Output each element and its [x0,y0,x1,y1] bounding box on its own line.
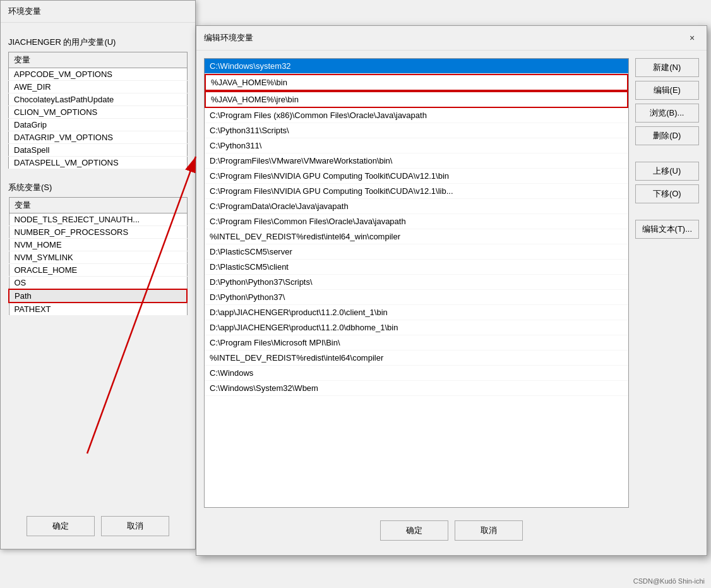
path-item[interactable]: D:\ProgramFiles\VMware\VMwareWorkstation… [205,153,628,169]
browse-button[interactable]: 浏览(B)... [635,104,699,123]
path-item[interactable]: C:\Program Files (x86)\Common Files\Orac… [205,108,628,123]
table-row[interactable]: NVM_SYMLINK [9,251,187,264]
watermark: CSDN@Kudō Shin-ichi [633,577,705,585]
path-item[interactable]: D:\app\JIACHENGER\product\11.2.0\client_… [205,305,628,320]
new-button[interactable]: 新建(N) [635,58,699,77]
user-vars-header: 变量 [9,52,188,68]
path-item[interactable]: C:\Windows [205,366,628,381]
path-item[interactable]: %JAVA_HOME%\jre\bin [205,91,628,108]
path-item[interactable]: C:\Program Files\Microsoft MPI\Bin\ [205,335,628,351]
bg-cancel-button[interactable]: 取消 [101,516,169,536]
table-row[interactable]: DATASPELL_VM_OPTIONS [9,157,188,169]
table-row[interactable]: DataGrip [9,119,188,131]
path-item[interactable]: D:\PlasticSCM5\client [205,260,628,275]
env-vars-titlebar: 环境变量 [1,1,195,23]
edit-text-button[interactable]: 编辑文本(T)... [635,220,699,239]
path-item[interactable]: %JAVA_HOME%\bin [205,74,628,91]
table-row[interactable]: NUMBER_OF_PROCESSORS [9,226,187,239]
user-vars-label: JIACHENGER 的用户变量(U) [8,37,188,48]
table-row[interactable]: DATAGRIP_VM_OPTIONS [9,131,188,144]
edit-env-dialog: 编辑环境变量 × C:\Windows\system32 %JAVA_HOME%… [196,25,707,556]
env-vars-dialog: 环境变量 JIACHENGER 的用户变量(U) 变量 APPCODE_VM_O… [0,0,196,549]
bg-ok-button[interactable]: 确定 [27,516,95,536]
edit-env-body: C:\Windows\system32 %JAVA_HOME%\bin %JAV… [196,51,707,555]
table-row[interactable]: APPCODE_VM_OPTIONS [9,68,188,81]
table-row[interactable]: ORACLE_HOME [9,264,187,277]
path-item[interactable]: C:\Program Files\Common Files\Oracle\Jav… [205,214,628,229]
bg-bottom-buttons: 确定 取消 [1,516,195,536]
env-vars-title: 环境变量 [8,6,41,17]
path-item[interactable]: C:\Program Files\NVIDIA GPU Computing To… [205,169,628,184]
table-row[interactable]: AWE_DIR [9,81,188,93]
path-item[interactable]: C:\Python311\Scripts\ [205,123,628,138]
edit-env-titlebar: 编辑环境变量 × [196,26,707,51]
path-item[interactable]: C:\Program Files\NVIDIA GPU Computing To… [205,184,628,199]
right-buttons: 新建(N) 编辑(E) 浏览(B)... 删除(D) 上移(U) 下移(O) 编… [635,58,699,508]
table-row[interactable]: NVM_HOME [9,239,187,251]
cancel-button[interactable]: 取消 [455,520,523,541]
edit-env-title: 编辑环境变量 [204,32,253,44]
close-button[interactable]: × [685,31,699,45]
path-item[interactable]: C:\Python311\ [205,138,628,153]
path-list-container: C:\Windows\system32 %JAVA_HOME%\bin %JAV… [204,58,699,508]
path-item[interactable]: C:\Windows\System32\Wbem [205,381,628,396]
table-row[interactable]: OS [9,277,187,290]
system-vars-table: 变量 NODE_TLS_REJECT_UNAUTH... NUMBER_OF_P… [8,197,188,316]
path-item[interactable]: D:\Python\Python37\ [205,290,628,305]
ok-button[interactable]: 确定 [380,520,448,541]
move-up-button[interactable]: 上移(U) [635,162,699,181]
edit-button[interactable]: 编辑(E) [635,81,699,100]
path-item[interactable]: %INTEL_DEV_REDIST%redist\intel64_win\com… [205,229,628,244]
move-down-button[interactable]: 下移(O) [635,184,699,203]
system-vars-label: 系统变量(S) [8,182,188,193]
path-item[interactable]: D:\PlasticSCM5\server [205,244,628,260]
path-item[interactable]: C:\Windows\system32 [205,59,628,74]
path-item[interactable]: D:\Python\Python37\Scripts\ [205,275,628,290]
table-row[interactable]: NODE_TLS_REJECT_UNAUTH... [9,213,187,226]
path-item[interactable]: D:\app\JIACHENGER\product\11.2.0\dbhome_… [205,320,628,335]
user-vars-table: 变量 APPCODE_VM_OPTIONS AWE_DIR Chocolatey… [8,52,188,169]
path-list[interactable]: C:\Windows\system32 %JAVA_HOME%\bin %JAV… [204,58,629,508]
table-row[interactable]: PATHEXT [9,303,187,316]
table-row[interactable]: CLION_VM_OPTIONS [9,106,188,119]
path-row[interactable]: Path [9,289,187,303]
table-row[interactable]: ChocolateyLastPathUpdate [9,93,188,106]
system-vars-header: 变量 [9,198,187,213]
env-vars-body: JIACHENGER 的用户变量(U) 变量 APPCODE_VM_OPTION… [1,23,195,323]
delete-button[interactable]: 删除(D) [635,126,699,145]
bottom-buttons: 确定 取消 [204,514,699,547]
path-item[interactable]: %INTEL_DEV_REDIST%redist\intel64\compile… [205,351,628,366]
table-row[interactable]: DataSpell [9,144,188,157]
path-item[interactable]: C:\ProgramData\Oracle\Java\javapath [205,199,628,214]
